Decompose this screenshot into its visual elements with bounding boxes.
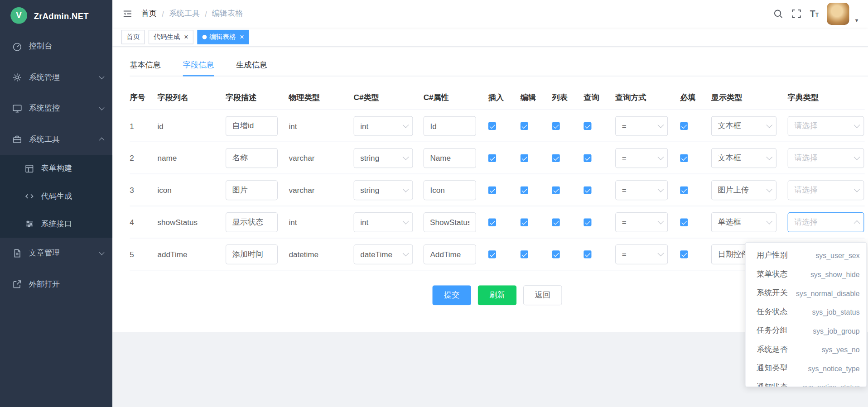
query-mode-select[interactable]: = [615,180,668,200]
display-type-select[interactable]: 文本框 [711,116,776,136]
column-header: 插入 [488,93,521,103]
edit-checkbox[interactable] [521,218,528,226]
dict-type-select[interactable]: 请选择 [788,116,864,136]
description-input[interactable] [226,212,278,232]
sidebar-item-system-monitor[interactable]: 系统监控 [0,93,112,124]
list-checkbox[interactable] [552,154,560,162]
dict-type-select-open[interactable]: 请选择 [788,212,864,232]
list-checkbox[interactable] [552,122,560,129]
list-checkbox[interactable] [552,186,560,194]
dict-type-select[interactable]: 请选择 [788,148,864,168]
dict-option-notice-status[interactable]: 通知状态 sys_notice_status [746,378,867,387]
sidebar-item-code-generator[interactable]: 代码生成 [0,182,112,210]
display-type-select[interactable]: 文本框 [711,148,776,168]
query-checkbox[interactable] [583,186,591,194]
description-input[interactable] [226,148,278,168]
dict-option-job-group[interactable]: 任务分组 sys_job_group [746,321,867,340]
back-button[interactable]: 返回 [523,285,562,305]
csharp-property-input[interactable] [424,116,476,136]
chevron-down-icon [854,153,860,160]
select-placeholder: 请选择 [794,121,817,131]
display-type-select[interactable]: 图片上传 [711,180,776,200]
required-checkbox[interactable] [680,186,688,194]
refresh-button[interactable]: 刷新 [478,285,517,305]
required-checkbox[interactable] [680,154,688,162]
csharp-type-select[interactable]: string [354,148,413,168]
sidebar-item-system-manage[interactable]: 系统管理 [0,62,112,93]
csharp-property-input[interactable] [424,244,476,264]
insert-checkbox[interactable] [488,154,496,162]
submit-button[interactable]: 提交 [432,285,471,305]
search-icon[interactable] [773,9,783,19]
display-type-select[interactable]: 单选框 [711,212,776,232]
description-input[interactable] [226,244,278,264]
font-size-icon[interactable]: TT [810,10,819,19]
sidebar-item-article-manage[interactable]: 文章管理 [0,238,112,268]
user-avatar[interactable] [827,3,849,25]
sidebar-item-dashboard[interactable]: 控制台 [0,31,112,62]
table-row: 2 name varchar string = 文本框 请选择 [130,142,864,174]
chevron-down-icon [657,218,664,224]
dict-option-notice-type[interactable]: 通知类型 sys_notice_type [746,359,867,378]
edit-checkbox[interactable] [521,154,528,162]
csharp-property-input[interactable] [424,212,476,232]
select-value: = [622,250,627,259]
description-input[interactable] [226,180,278,200]
chevron-down-icon [657,250,664,256]
csharp-property-input[interactable] [424,148,476,168]
dict-option-show-hide[interactable]: 菜单状态 sys_show_hide [746,265,867,284]
tag-home[interactable]: 首页 [121,29,145,44]
required-checkbox[interactable] [680,122,688,129]
sidebar-item-external-open[interactable]: 外部打开 [0,269,112,300]
insert-checkbox[interactable] [488,186,496,194]
sidebar-item-system-api[interactable]: 系统接口 [0,210,112,238]
list-checkbox[interactable] [552,250,560,258]
menu-fold-icon[interactable] [122,9,132,19]
dict-option-job-status[interactable]: 任务状态 sys_job_status [746,302,867,321]
tab-basic-info[interactable]: 基本信息 [130,54,161,76]
document-icon [12,248,22,258]
close-icon[interactable]: × [240,33,244,40]
tag-edit-table-active[interactable]: 编辑表格 × [197,29,249,44]
user-menu-caret-icon[interactable]: ▼ [854,18,859,25]
sidebar-item-form-builder[interactable]: 表单构建 [0,155,112,182]
required-checkbox[interactable] [680,250,688,258]
query-checkbox[interactable] [583,218,591,226]
edit-checkbox[interactable] [521,122,528,129]
sidebar-item-system-tools[interactable]: 系统工具 [0,124,112,155]
tab-generate-info[interactable]: 生成信息 [236,54,267,76]
csharp-type-select[interactable]: string [354,180,413,200]
required-checkbox[interactable] [680,218,688,226]
description-input[interactable] [226,116,278,136]
list-checkbox[interactable] [552,218,560,226]
tab-field-info[interactable]: 字段信息 [183,54,214,76]
dict-option-yes-no[interactable]: 系统是否 sys_yes_no [746,340,867,359]
query-mode-select[interactable]: = [615,116,668,136]
csharp-property-input[interactable] [424,180,476,200]
fullscreen-icon[interactable] [791,9,801,19]
dict-option-value: sys_show_hide [810,270,860,278]
insert-checkbox[interactable] [488,218,496,226]
app-logo[interactable]: V ZrAdmin.NET [0,0,112,31]
dict-option-normal-disable[interactable]: 系统开关 sys_normal_disable [746,284,867,303]
dict-option-user-sex[interactable]: 用户性别 sys_user_sex [746,246,867,265]
cell-column-name: addTime [157,250,225,259]
csharp-type-select[interactable]: int [354,116,413,136]
query-mode-select[interactable]: = [615,212,668,232]
edit-checkbox[interactable] [521,250,528,258]
dict-type-select[interactable]: 请选择 [788,180,864,200]
edit-checkbox[interactable] [521,186,528,194]
csharp-type-select[interactable]: int [354,212,413,232]
select-placeholder: 请选择 [794,185,817,195]
close-icon[interactable]: × [184,33,188,40]
query-mode-select[interactable]: = [615,244,668,264]
query-mode-select[interactable]: = [615,148,668,168]
breadcrumb-home[interactable]: 首页 [141,9,157,19]
csharp-type-select[interactable]: dateTime [354,244,413,264]
tag-code-generator[interactable]: 代码生成 × [149,29,193,44]
query-checkbox[interactable] [583,122,591,129]
insert-checkbox[interactable] [488,122,496,129]
query-checkbox[interactable] [583,154,591,162]
insert-checkbox[interactable] [488,250,496,258]
query-checkbox[interactable] [583,250,591,258]
